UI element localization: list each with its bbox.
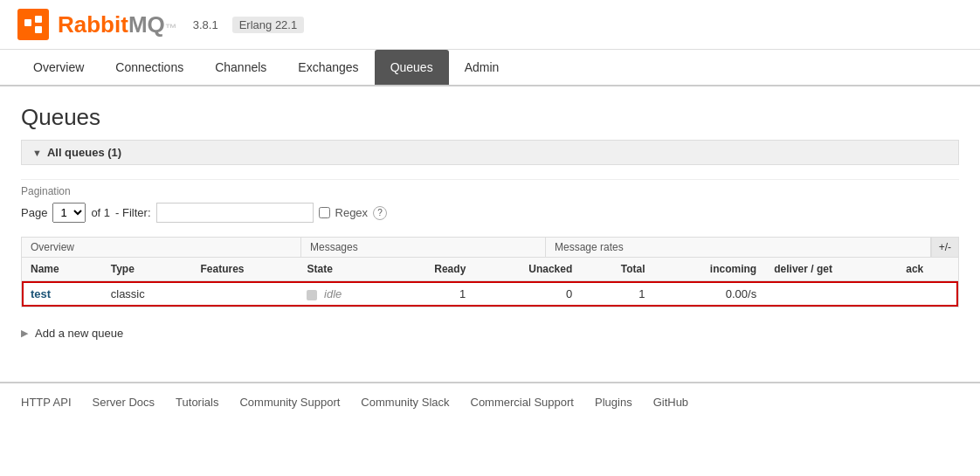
all-queues-section[interactable]: ▼ All queues (1): [21, 140, 959, 165]
page-label: Page: [21, 206, 47, 219]
regex-checkbox[interactable]: [319, 207, 330, 218]
pagination-section: Pagination Page 1 of 1 - Filter: Regex ?: [21, 179, 959, 223]
logo-wordmark: RabbitMQ™: [58, 11, 177, 38]
add-queue-section[interactable]: ▶ Add a new queue: [21, 320, 959, 347]
cell-deliver-get: [765, 281, 897, 307]
main-nav: Overview Connections Channels Exchanges …: [0, 50, 980, 86]
cell-features: [192, 281, 299, 307]
main-content: Queues ▼ All queues (1) Pagination Page …: [0, 86, 980, 364]
filter-label: - Filter:: [115, 206, 150, 219]
regex-label: Regex: [335, 206, 369, 219]
cell-incoming: 0.00/s: [653, 281, 765, 307]
col-total: Total: [581, 258, 653, 281]
col-features: Features: [192, 258, 299, 281]
col-unacked: Unacked: [474, 258, 581, 281]
section-header-label: All queues (1): [47, 146, 121, 159]
footer-link-plugins[interactable]: Plugins: [595, 396, 632, 409]
group-message-rates: Message rates: [546, 238, 931, 257]
footer: HTTP API Server Docs Tutorials Community…: [0, 382, 980, 421]
footer-link-tutorials[interactable]: Tutorials: [176, 396, 218, 409]
filter-input[interactable]: [156, 203, 314, 223]
nav-item-admin[interactable]: Admin: [449, 50, 515, 85]
page-select[interactable]: 1: [52, 203, 86, 223]
state-label: idle: [324, 287, 342, 300]
cell-unacked: 0: [474, 281, 581, 307]
cell-ready: 1: [390, 281, 475, 307]
col-deliver-get: deliver / get: [765, 258, 897, 281]
cell-total: 1: [581, 281, 653, 307]
cell-type: classic: [102, 281, 192, 307]
pagination-label: Pagination: [21, 179, 959, 197]
queues-table-container: Overview Messages Message rates +/- Name…: [21, 237, 959, 307]
erlang-badge: Erlang 22.1: [232, 17, 305, 33]
table-header-row: Name Type Features State Ready Unacked T…: [22, 258, 958, 281]
footer-link-server-docs[interactable]: Server Docs: [93, 396, 155, 409]
col-name: Name: [22, 258, 102, 281]
page-title: Queues: [21, 104, 959, 131]
nav-item-overview[interactable]: Overview: [17, 50, 100, 85]
state-icon: [307, 290, 317, 300]
footer-link-http-api[interactable]: HTTP API: [21, 396, 72, 409]
table-group-headers: Overview Messages Message rates +/-: [22, 238, 958, 258]
footer-link-community-support[interactable]: Community Support: [239, 396, 340, 409]
group-overview: Overview: [22, 238, 301, 257]
col-ready: Ready: [390, 258, 475, 281]
group-messages: Messages: [301, 238, 546, 257]
add-queue-label: Add a new queue: [35, 327, 123, 340]
col-type: Type: [102, 258, 192, 281]
nav-item-channels[interactable]: Channels: [199, 50, 282, 85]
cell-state: idle: [298, 281, 389, 307]
svg-rect-0: [24, 19, 31, 26]
logo-icon: [17, 9, 49, 40]
table-row[interactable]: test classic idle 1 0 1 0.00/s: [22, 281, 958, 307]
svg-rect-1: [35, 16, 42, 23]
version-badge: 3.8.1: [193, 18, 218, 31]
queues-table: Name Type Features State Ready Unacked T…: [22, 258, 958, 307]
help-icon[interactable]: ?: [373, 206, 387, 220]
cell-name[interactable]: test: [22, 281, 102, 307]
col-ack: ack: [897, 258, 958, 281]
nav-item-queues[interactable]: Queues: [375, 50, 449, 85]
col-incoming: incoming: [653, 258, 765, 281]
footer-link-community-slack[interactable]: Community Slack: [361, 396, 449, 409]
add-queue-arrow-icon: ▶: [21, 328, 28, 339]
header: RabbitMQ™ 3.8.1 Erlang 22.1: [0, 0, 980, 50]
logo: RabbitMQ™ 3.8.1 Erlang 22.1: [17, 9, 304, 40]
svg-rect-2: [35, 26, 42, 33]
footer-link-commercial-support[interactable]: Commercial Support: [471, 396, 575, 409]
of-label: of 1: [91, 206, 110, 219]
col-state: State: [298, 258, 389, 281]
section-arrow-icon: ▼: [32, 148, 42, 158]
pagination-controls: Page 1 of 1 - Filter: Regex ?: [21, 203, 959, 223]
nav-item-exchanges[interactable]: Exchanges: [282, 50, 374, 85]
footer-link-github[interactable]: GitHub: [653, 396, 688, 409]
plus-minus-button[interactable]: +/-: [931, 238, 958, 257]
cell-ack: [897, 281, 958, 307]
nav-item-connections[interactable]: Connections: [100, 50, 199, 85]
